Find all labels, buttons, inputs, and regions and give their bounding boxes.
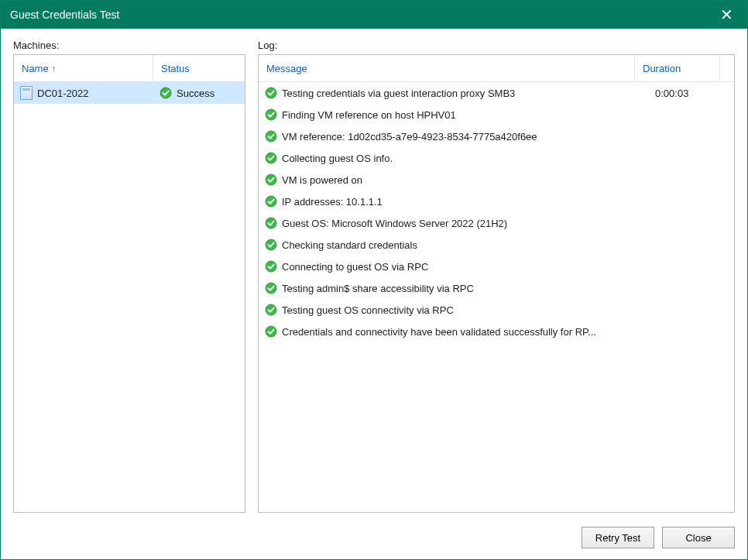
svg-point-5 [266,174,276,185]
success-icon [265,195,277,208]
dialog-root: Guest Credentials Test ✕ Machines: Name … [0,0,748,560]
success-icon [265,108,277,121]
log-message-cell: Checking standard credentials [259,239,649,251]
svg-point-9 [266,261,276,272]
log-message-cell: VM reference: 1d02cd35-a7e9-4923-8534-77… [259,130,649,143]
log-label: Log: [258,40,735,51]
success-icon [265,260,277,273]
svg-point-1 [266,88,276,98]
log-row[interactable]: Testing guest OS connectivity via RPC [259,299,734,321]
log-message-cell: IP addresses: 10.1.1.1 [259,195,649,208]
dialog-title: Guest Credentials Test [10,9,715,21]
log-panel: Log: Message Duration Testing credential… [258,40,735,513]
log-message-cell: Collecting guest OS info. [259,152,649,164]
log-message-cell: Finding VM reference on host HPHV01 [259,108,649,121]
success-icon [265,130,277,143]
success-icon [265,304,277,316]
log-message-label: Testing credentials via guest interactio… [282,88,515,99]
column-header-message[interactable]: Message [259,55,635,81]
success-icon [265,239,277,251]
success-icon [265,152,277,164]
machine-status-cell: Success [153,87,245,99]
log-message-cell: Testing admin$ share accessibility via R… [259,282,649,294]
dialog-body: Machines: Name ↑ Status DC01-2022Success [1,29,747,519]
log-message-label: Guest OS: Microsoft Windows Server 2022 … [282,218,507,229]
log-message-label: Finding VM reference on host HPHV01 [282,109,456,121]
close-icon[interactable]: ✕ [715,7,738,22]
vm-icon [20,86,33,100]
log-row[interactable]: Credentials and connectivity have been v… [259,321,734,342]
column-header-status-label: Status [161,63,190,74]
log-message-cell: Testing guest OS connectivity via RPC [259,304,649,316]
log-message-cell: Credentials and connectivity have been v… [259,325,649,338]
log-message-cell: Connecting to guest OS via RPC [259,260,649,273]
svg-point-3 [266,131,276,142]
log-message-label: IP addresses: 10.1.1.1 [282,196,383,208]
log-message-label: VM reference: 1d02cd35-a7e9-4923-8534-77… [282,131,537,143]
svg-point-2 [266,109,276,120]
log-row[interactable]: Testing admin$ share accessibility via R… [259,277,734,299]
column-header-name-label: Name [22,63,49,74]
machine-name-cell: DC01-2022 [14,86,153,100]
success-icon [265,87,277,99]
column-header-message-label: Message [266,63,307,74]
log-message-label: VM is powered on [282,174,362,186]
log-duration-cell: 0:00:03 [649,88,734,99]
svg-point-12 [266,326,276,337]
log-message-cell: VM is powered on [259,173,649,186]
log-message-label: Connecting to guest OS via RPC [282,261,428,273]
retry-test-button[interactable]: Retry Test [582,527,654,548]
log-message-label: Checking standard credentials [282,239,417,251]
log-row[interactable]: Guest OS: Microsoft Windows Server 2022 … [259,212,734,234]
sort-asc-icon: ↑ [52,64,57,73]
machines-panel: Machines: Name ↑ Status DC01-2022Success [13,40,245,513]
success-icon [265,325,277,338]
log-grid-body: Testing credentials via guest interactio… [259,82,734,512]
success-icon [160,87,172,99]
column-header-status[interactable]: Status [153,55,245,81]
svg-point-4 [266,153,276,163]
log-row[interactable]: VM is powered on [259,169,734,191]
title-bar: Guest Credentials Test ✕ [1,1,747,29]
machines-label: Machines: [13,40,245,51]
svg-point-11 [266,304,276,315]
log-row[interactable]: Collecting guest OS info. [259,147,734,169]
machines-row[interactable]: DC01-2022Success [14,82,245,104]
svg-point-10 [266,283,276,294]
success-icon [265,217,277,229]
success-icon [265,282,277,294]
machines-grid-header: Name ↑ Status [14,55,245,82]
log-message-cell: Guest OS: Microsoft Windows Server 2022 … [259,217,649,229]
log-row[interactable]: VM reference: 1d02cd35-a7e9-4923-8534-77… [259,125,734,147]
machines-grid-body: DC01-2022Success [14,82,245,512]
log-row[interactable]: Testing credentials via guest interactio… [259,82,734,104]
log-row[interactable]: Finding VM reference on host HPHV01 [259,104,734,125]
dialog-footer: Retry Test Close [1,519,747,559]
log-message-label: Credentials and connectivity have been v… [282,326,596,338]
log-message-label: Testing guest OS connectivity via RPC [282,304,454,316]
svg-point-7 [266,218,276,228]
machines-grid: Name ↑ Status DC01-2022Success [13,54,245,513]
log-grid-header: Message Duration [259,55,734,82]
column-header-duration-label: Duration [643,63,681,74]
log-message-label: Collecting guest OS info. [282,153,393,164]
log-duration-label: 0:00:03 [655,88,688,99]
log-row[interactable]: IP addresses: 10.1.1.1 [259,191,734,212]
close-button[interactable]: Close [662,527,735,548]
log-row[interactable]: Checking standard credentials [259,234,734,256]
column-header-name[interactable]: Name ↑ [14,55,153,81]
log-message-cell: Testing credentials via guest interactio… [259,87,649,99]
svg-point-8 [266,239,276,250]
svg-point-0 [160,88,171,98]
machine-status-label: Success [177,88,214,99]
log-grid: Message Duration Testing credentials via… [258,54,735,513]
column-header-duration[interactable]: Duration [635,55,720,81]
success-icon [265,173,277,186]
log-row[interactable]: Connecting to guest OS via RPC [259,256,734,277]
machine-name-label: DC01-2022 [37,88,89,99]
log-message-label: Testing admin$ share accessibility via R… [282,283,474,294]
svg-point-6 [266,196,276,207]
